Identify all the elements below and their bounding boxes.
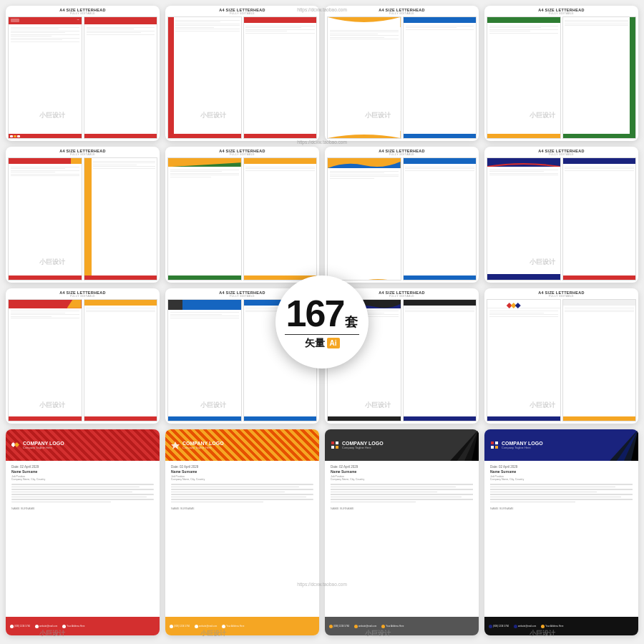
svg-rect-4 <box>14 442 19 447</box>
card-title: A4 SIZE LETTERHEAD <box>325 6 479 12</box>
card-subtitle: FULLY EDITABLE <box>6 153 160 156</box>
mini-doc: ▪▪▪ <box>8 16 82 139</box>
svg-rect-10 <box>491 441 494 444</box>
mini-doc <box>8 157 82 280</box>
mini-doc <box>327 16 401 139</box>
svg-rect-12 <box>491 446 494 449</box>
mini-doc <box>84 157 158 280</box>
card-subtitle: FULLY EDITABLE <box>484 295 638 298</box>
mini-doc <box>8 299 82 421</box>
svg-rect-13 <box>495 446 498 449</box>
badge-suite: 套 <box>345 313 358 331</box>
card-title: A4 SIZE LETTERHEAD <box>6 288 160 295</box>
mini-doc <box>167 299 242 421</box>
template-card-7[interactable]: A4 SIZE LETTERHEAD FULLY EDITABLE <box>325 147 479 282</box>
doc-body: Date: 02 April 2029 Name Surname Job Pos… <box>165 461 319 617</box>
mini-doc <box>243 16 318 139</box>
large-card-4[interactable]: COMPANY LOGO Company Tagline Here Date: … <box>484 429 638 635</box>
svg-rect-11 <box>495 441 498 444</box>
badge-label: 矢量 <box>305 337 325 350</box>
mini-doc <box>403 16 477 139</box>
fan-decoration <box>436 429 479 461</box>
card-subtitle: FULLY EDITABLE <box>165 153 319 156</box>
mini-doc <box>327 157 401 280</box>
template-card-8[interactable]: A4 SIZE LETTERHEAD FULLY EDITABLE <box>484 147 638 282</box>
company-name: COMPANY LOGO <box>23 441 64 446</box>
mini-doc <box>167 16 242 139</box>
card-subtitle: FULLY EDITABLE <box>484 153 638 156</box>
logo-icon <box>490 441 499 449</box>
card-title: A4 SIZE LETTERHEAD <box>484 147 638 153</box>
mini-doc <box>84 299 158 421</box>
mini-doc <box>562 299 637 421</box>
template-card-1[interactable]: A4 SIZE LETTERHEAD FULLY EDITABLE ▪▪▪ <box>6 6 160 141</box>
divider <box>285 334 359 335</box>
doc-body: Date: 02 April 2029 Name Surname Job Pos… <box>6 461 160 617</box>
badge-bottom: 矢量 Ai <box>305 337 340 350</box>
logo-icon <box>171 441 180 449</box>
card-subtitle: FULLY EDITABLE <box>165 12 319 15</box>
mini-doc <box>84 16 158 139</box>
card-subtitle: FULLY EDITABLE <box>6 12 160 15</box>
card-subtitle: FULLY EDITABLE <box>6 295 160 298</box>
mini-doc <box>487 16 561 139</box>
doc-body: Date: 02 April 2029 Name Surname Job Pos… <box>325 461 479 617</box>
logo-icon <box>331 441 339 449</box>
card-subtitle: FULLY EDITABLE <box>325 12 479 15</box>
mini-doc <box>403 157 477 280</box>
large-preview-section: COMPANY LOGO Company Tagline Here Date: … <box>0 429 644 641</box>
svg-rect-6 <box>331 441 334 444</box>
mini-doc <box>562 16 637 139</box>
template-card-3[interactable]: A4 SIZE LETTERHEAD FULLY EDITABLE <box>325 6 479 141</box>
tagline: Company Tagline Here <box>182 446 224 449</box>
template-card-2[interactable]: A4 SIZE LETTERHEAD FULLY EDITABLE <box>165 6 319 141</box>
template-card-6[interactable]: A4 SIZE LETTERHEAD FULLY EDITABLE <box>165 147 319 282</box>
card-subtitle: FULLY EDITABLE <box>484 12 638 15</box>
mini-doc <box>487 157 561 280</box>
company-name: COMPANY LOGO <box>182 441 224 446</box>
template-card-4[interactable]: A4 SIZE LETTERHEAD FULLY EDITABLE <box>484 6 638 141</box>
svg-marker-5 <box>171 441 180 449</box>
logo-icon <box>11 441 20 449</box>
template-card-5[interactable]: A4 SIZE LETTERHEAD FULLY EDITABLE <box>6 147 160 282</box>
mini-doc <box>562 157 637 280</box>
badge-number: 167 <box>286 295 344 332</box>
fan-decoration <box>595 429 638 461</box>
card-title: A4 SIZE LETTERHEAD <box>325 147 479 153</box>
ai-badge: Ai <box>327 338 340 348</box>
mini-doc <box>167 157 242 280</box>
card-title: A4 SIZE LETTERHEAD <box>484 288 638 295</box>
mini-doc <box>403 299 477 421</box>
page-wrapper: https://dcxw.taobao.com https://dcxw.tao… <box>0 0 644 644</box>
large-card-3[interactable]: COMPANY LOGO Company Tagline Here Date: … <box>325 429 479 635</box>
svg-rect-8 <box>331 446 334 449</box>
card-subtitle: FULLY EDITABLE <box>325 153 479 156</box>
mini-doc <box>487 299 561 421</box>
doc-body: Date: 02 April 2029 Name Surname Job Pos… <box>484 461 638 617</box>
card-title: A4 SIZE LETTERHEAD <box>165 6 319 12</box>
svg-rect-9 <box>336 446 338 449</box>
svg-marker-2 <box>515 303 521 308</box>
badge-overlay: 167 套 矢量 Ai <box>275 275 369 369</box>
large-card-2[interactable]: COMPANY LOGO Company Tagline Here Date: … <box>165 429 319 635</box>
mini-doc <box>243 157 318 280</box>
svg-rect-7 <box>336 441 338 444</box>
card-title: A4 SIZE LETTERHEAD <box>6 147 160 153</box>
template-card-9[interactable]: A4 SIZE LETTERHEAD FULLY EDITABLE <box>6 288 160 424</box>
card-title: A4 SIZE LETTERHEAD <box>6 6 160 12</box>
template-card-12[interactable]: A4 SIZE LETTERHEAD FULLY EDITABLE <box>484 288 638 424</box>
large-card-1[interactable]: COMPANY LOGO Company Tagline Here Date: … <box>6 429 160 635</box>
tagline: Company Tagline Here <box>23 446 64 449</box>
card-title: A4 SIZE LETTERHEAD <box>165 147 319 153</box>
card-title: A4 SIZE LETTERHEAD <box>484 6 638 12</box>
